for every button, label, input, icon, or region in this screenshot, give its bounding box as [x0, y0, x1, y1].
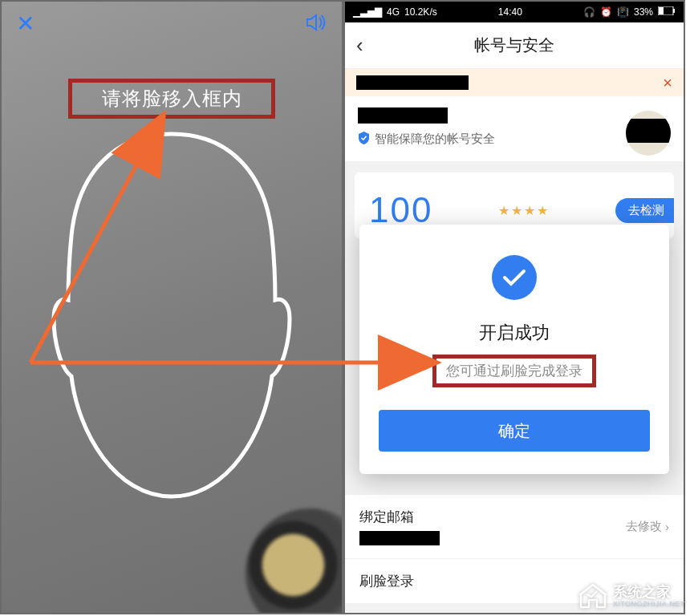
- list-item-bind-email[interactable]: 绑定邮箱 去修改 ›: [345, 495, 684, 559]
- vibrate-icon: 📳: [617, 6, 629, 18]
- success-check-icon: [492, 255, 537, 300]
- banner-close-icon[interactable]: ×: [663, 74, 672, 92]
- notice-banner[interactable]: ×: [345, 69, 684, 96]
- network-speed: 10.2K/s: [404, 6, 437, 18]
- watermark-name: 系统之家: [613, 584, 671, 600]
- avatar[interactable]: [626, 111, 671, 156]
- shield-icon: [358, 132, 370, 147]
- network-type: 4G: [387, 6, 400, 18]
- watermark-url: XITONGZHIJIA.NET: [613, 600, 685, 608]
- tutorial-composite: ✕ 请将脸移入框内 ▁▃▅▇ 4G 10.2K/s 14:: [0, 0, 690, 616]
- avatar-redacted: [626, 119, 671, 143]
- svg-rect-2: [673, 9, 675, 13]
- face-scan-screen: ✕ 请将脸移入框内: [0, 0, 343, 614]
- camera-reflection-decor: [227, 490, 343, 614]
- sound-icon[interactable]: [305, 13, 327, 35]
- face-scan-instruction: 请将脸移入框内: [102, 86, 242, 111]
- house-icon: [578, 582, 608, 610]
- instruction-highlight-box: 请将脸移入框内: [68, 79, 275, 119]
- account-info-card: 智能保障您的帐号安全: [345, 96, 684, 161]
- close-icon[interactable]: ✕: [16, 13, 34, 35]
- detect-button[interactable]: 去检测: [615, 198, 674, 223]
- signal-icon: ▁▃▅▇: [353, 6, 382, 18]
- back-icon[interactable]: ‹: [356, 33, 363, 58]
- battery-percent: 33%: [634, 6, 653, 18]
- alarm-icon: ⏰: [600, 6, 612, 18]
- headset-icon: 🎧: [583, 6, 595, 18]
- bind-email-action: 去修改 ›: [626, 519, 669, 534]
- nav-header: ‹ 帐号与安全: [345, 22, 684, 69]
- banner-text-redacted: [356, 75, 469, 90]
- battery-icon: [658, 6, 676, 18]
- account-security-screen: ▁▃▅▇ 4G 10.2K/s 14:40 🎧 ⏰ 📳 33% ‹ 帐号与安全 …: [343, 0, 685, 614]
- security-tagline: 智能保障您的帐号安全: [375, 132, 495, 147]
- success-modal: 开启成功 您可通过刷脸完成登录 确定: [359, 225, 669, 474]
- chevron-right-icon: ›: [665, 520, 669, 533]
- rating-stars: ★★★★: [498, 203, 550, 218]
- svg-rect-1: [659, 7, 664, 14]
- account-name-redacted: [358, 107, 448, 124]
- modal-title: 开启成功: [379, 321, 650, 345]
- face-outline-guide: [39, 128, 304, 505]
- watermark: 系统之家 XITONGZHIJIA.NET: [578, 582, 685, 610]
- confirm-button[interactable]: 确定: [379, 410, 650, 452]
- email-value-redacted: [359, 531, 440, 545]
- status-time: 14:40: [498, 6, 522, 18]
- page-title: 帐号与安全: [474, 34, 554, 56]
- modal-subtitle-highlight-box: 您可通过刷脸完成登录: [432, 355, 596, 387]
- modal-subtitle: 您可通过刷脸完成登录: [446, 363, 582, 379]
- face-login-label: 刷脸登录: [359, 572, 414, 590]
- security-tagline-row: 智能保障您的帐号安全: [358, 132, 671, 147]
- face-scan-top-bar: ✕: [2, 2, 342, 35]
- bind-email-label: 绑定邮箱: [359, 508, 440, 526]
- status-bar: ▁▃▅▇ 4G 10.2K/s 14:40 🎧 ⏰ 📳 33%: [345, 2, 684, 22]
